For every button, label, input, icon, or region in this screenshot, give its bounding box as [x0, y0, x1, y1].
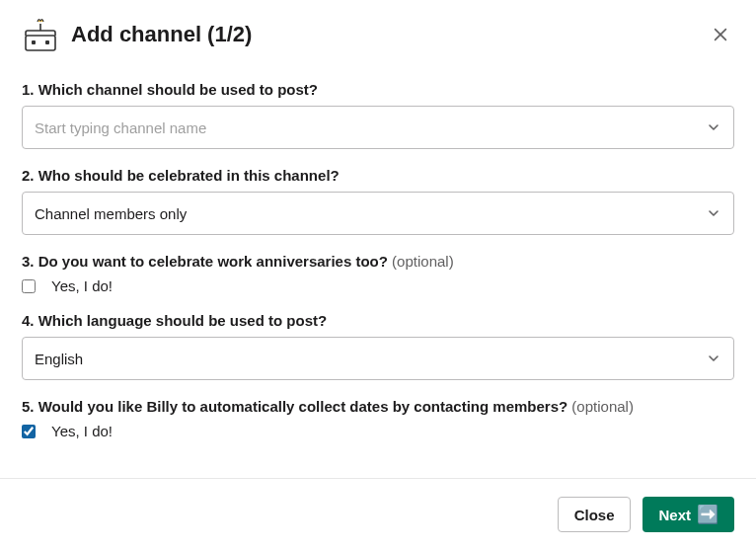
next-button[interactable]: Next ➡️	[643, 497, 734, 532]
anniversaries-checkbox-label[interactable]: Yes, I do!	[51, 277, 113, 294]
q5-label: 5. Would you like Billy to automatically…	[22, 398, 734, 415]
q3-optional: (optional)	[392, 253, 454, 270]
chevron-down-icon	[706, 351, 721, 366]
language-select[interactable]: English	[22, 337, 734, 380]
auto-collect-checkbox-label[interactable]: Yes, I do!	[51, 423, 113, 439]
arrow-right-icon: ➡️	[697, 506, 718, 523]
chevron-down-icon	[706, 205, 721, 221]
q5-optional: (optional)	[571, 398, 634, 415]
celebrate-who-select[interactable]: Channel members only	[22, 192, 734, 235]
app-icon	[22, 16, 59, 53]
q4-label: 4. Which language should be used to post…	[22, 312, 734, 329]
language-value: English	[35, 351, 706, 367]
auto-collect-checkbox[interactable]	[22, 425, 36, 438]
svg-rect-0	[26, 36, 55, 50]
close-icon[interactable]	[707, 21, 734, 48]
channel-select[interactable]: Start typing channel name	[22, 106, 734, 149]
modal-title: Add channel (1/2)	[71, 22, 707, 47]
svg-rect-2	[45, 40, 49, 44]
q2-label: 2. Who should be celebrated in this chan…	[22, 167, 734, 184]
q1-label: 1. Which channel should be used to post?	[22, 81, 734, 98]
q3-label: 3. Do you want to celebrate work anniver…	[22, 253, 734, 270]
close-button[interactable]: Close	[558, 497, 632, 532]
svg-rect-1	[32, 40, 36, 44]
anniversaries-checkbox[interactable]	[22, 279, 36, 293]
chevron-down-icon	[706, 119, 721, 135]
celebrate-who-value: Channel members only	[35, 205, 706, 222]
next-button-label: Next	[658, 507, 691, 523]
channel-select-placeholder: Start typing channel name	[35, 119, 706, 136]
